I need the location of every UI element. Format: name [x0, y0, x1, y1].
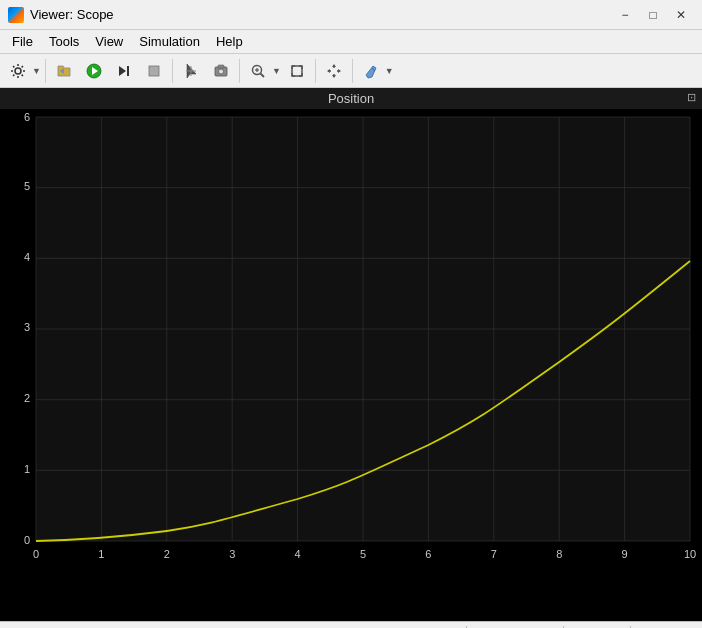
svg-text:4: 4	[295, 548, 301, 560]
plot-title: Position	[328, 91, 374, 106]
style-button[interactable]	[357, 57, 385, 85]
status-bar: Ready Sample based Offset=0 T=10.000	[0, 621, 702, 628]
window-title: Viewer: Scope	[30, 7, 114, 22]
zoom-dropdown-arrow[interactable]: ▼	[272, 66, 281, 76]
svg-marker-19	[338, 69, 341, 73]
zoom-button[interactable]	[244, 57, 272, 85]
svg-line-12	[260, 73, 264, 77]
svg-text:3: 3	[229, 548, 235, 560]
open-button[interactable]	[50, 57, 78, 85]
svg-text:1: 1	[98, 548, 104, 560]
close-button[interactable]: ✕	[668, 4, 694, 26]
settings-dropdown-arrow[interactable]: ▼	[32, 66, 41, 76]
svg-text:3: 3	[24, 321, 30, 333]
window-controls: − □ ✕	[612, 4, 694, 26]
separator-2	[172, 59, 173, 83]
svg-marker-18	[327, 69, 330, 73]
plot-container: Position ⊡	[0, 88, 702, 621]
svg-marker-16	[332, 64, 336, 67]
style-group: ▼	[357, 57, 394, 85]
svg-text:1: 1	[24, 463, 30, 475]
svg-rect-5	[149, 66, 159, 76]
menu-view[interactable]: View	[87, 32, 131, 51]
svg-text:6: 6	[425, 548, 431, 560]
svg-rect-10	[218, 65, 224, 68]
menu-file[interactable]: File	[4, 32, 41, 51]
svg-marker-3	[119, 66, 126, 76]
svg-text:5: 5	[24, 180, 30, 192]
matlab-icon	[8, 7, 24, 23]
fit-axes-button[interactable]	[283, 57, 311, 85]
menu-tools[interactable]: Tools	[41, 32, 87, 51]
svg-text:6: 6	[24, 111, 30, 123]
plot-expand-button[interactable]: ⊡	[687, 91, 696, 104]
menu-simulation[interactable]: Simulation	[131, 32, 208, 51]
separator-3	[239, 59, 240, 83]
svg-marker-17	[332, 75, 336, 78]
menu-help[interactable]: Help	[208, 32, 251, 51]
menu-bar: File Tools View Simulation Help	[0, 30, 702, 54]
svg-point-0	[15, 68, 21, 74]
plot-svg: 0 1 2 3 4 5 6 0 1 2 3 4 5 6 7 8 9 10	[0, 109, 702, 571]
svg-text:9: 9	[622, 548, 628, 560]
svg-rect-4	[127, 66, 129, 76]
svg-text:0: 0	[33, 548, 39, 560]
zoom-group: ▼	[244, 57, 281, 85]
run-button[interactable]	[80, 57, 108, 85]
stop-button[interactable]	[140, 57, 168, 85]
svg-text:8: 8	[556, 548, 562, 560]
plot-canvas: 0 1 2 3 4 5 6 0 1 2 3 4 5 6 7 8 9 10	[0, 109, 702, 599]
title-bar: Viewer: Scope − □ ✕	[0, 0, 702, 30]
svg-text:10: 10	[684, 548, 696, 560]
camera-button[interactable]	[207, 57, 235, 85]
svg-text:5: 5	[360, 548, 366, 560]
svg-rect-15	[292, 66, 302, 76]
toolbar: ▼	[0, 54, 702, 88]
pan-button[interactable]	[320, 57, 348, 85]
svg-text:2: 2	[164, 548, 170, 560]
maximize-button[interactable]: □	[640, 4, 666, 26]
minimize-button[interactable]: −	[612, 4, 638, 26]
separator-4	[315, 59, 316, 83]
settings-group: ▼	[4, 57, 41, 85]
svg-text:0: 0	[24, 534, 30, 546]
separator-5	[352, 59, 353, 83]
svg-text:4: 4	[24, 251, 30, 263]
step-button[interactable]	[110, 57, 138, 85]
style-dropdown-arrow[interactable]: ▼	[385, 66, 394, 76]
separator-1	[45, 59, 46, 83]
svg-point-9	[218, 69, 223, 74]
cursor-button[interactable]	[177, 57, 205, 85]
svg-text:2: 2	[24, 392, 30, 404]
svg-text:7: 7	[491, 548, 497, 560]
plot-title-bar: Position ⊡	[0, 88, 702, 109]
settings-button[interactable]	[4, 57, 32, 85]
